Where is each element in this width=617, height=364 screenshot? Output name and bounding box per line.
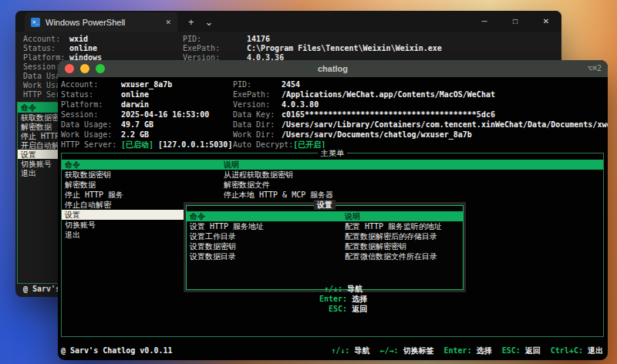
keyboard-hints: ↑/↓: 导航 ←/→: 切换标签 Enter: 选择 ESC: 返回 Ctrl… — [331, 345, 603, 356]
menu-item[interactable]: 解密数据 解密数据文件 — [62, 180, 603, 190]
info-label: ExePath: — [183, 43, 247, 52]
close-button[interactable]: ✕ — [531, 11, 561, 32]
window-title: chatlog — [318, 64, 348, 73]
dialog-keyboard-hints: ↑/↓: 导航 Enter: 选择 ESC: 返回 — [187, 274, 463, 284]
hint-key: Enter: — [319, 295, 347, 303]
dialog-item-desc: 配置微信数据文件所在目录 — [345, 251, 463, 261]
menu-item-desc: 从进程获取数据密钥 — [224, 170, 603, 180]
info-label: HTTP Server: — [61, 140, 121, 150]
zoom-traffic-light[interactable] — [96, 64, 105, 73]
info-value: online — [69, 43, 97, 52]
column-header-desc: 说明 — [224, 160, 603, 170]
info-value: 14176 — [247, 34, 270, 43]
http-address: [127.0.0.1:5030] — [158, 140, 232, 150]
hint-label: 返回 — [525, 346, 541, 355]
info-row: Work Usage:2.2 GB Work Dir:/Users/sarv/D… — [61, 130, 608, 140]
info-label: Account: — [23, 34, 69, 43]
http-status-badge: [已启动] — [121, 140, 153, 150]
info-label: Data Key: — [233, 110, 282, 120]
close-traffic-light[interactable] — [65, 64, 74, 73]
hint-label: 导航 — [354, 346, 369, 355]
dialog-item[interactable]: 设置工作目录 配置数据解密后的存储目录 — [187, 231, 463, 241]
dialog-item-cmd: 设置数据目录 — [187, 251, 345, 261]
info-row: Status:online ExePath:C:\Program Files\T… — [23, 43, 561, 52]
hint-label: 切换标签 — [403, 346, 434, 355]
chatlog-statusbar: @ Sarv's Chatlog v0.0.11 ↑/↓: 导航 ←/→: 切换… — [61, 345, 603, 356]
dialog-item-desc: 配置数据解密密钥 — [345, 241, 463, 251]
info-value: 4.0.3.80 — [282, 99, 319, 110]
powershell-icon: >_ — [31, 18, 40, 27]
info-value: /Users/sarv/Documents/chatlog/wxuser_8a7… — [282, 130, 472, 140]
menu-item-desc: 解密数据文件 — [224, 180, 603, 190]
hint-key: ↑/↓: — [331, 346, 349, 355]
app-version-text: @ Sarv's Chatlog v0.0.11 — [61, 345, 173, 356]
info-label: Session: — [61, 110, 121, 120]
hint-label: 选择 — [477, 346, 492, 355]
info-label: Platform: — [61, 99, 121, 110]
hint-label: 返回 — [352, 305, 367, 313]
menu-item[interactable]: 停止 HTTP 服务 停止本地 HTTP & MCP 服务器 — [62, 190, 603, 200]
info-value: wxid_ — [69, 34, 93, 43]
info-label: ExePath: — [233, 89, 282, 99]
info-label: Data Dir: — [233, 120, 282, 130]
dialog-item[interactable]: 设置数据目录 配置微信数据文件所在目录 — [187, 251, 463, 261]
info-label: Auto Decrypt: — [233, 140, 293, 150]
tab-close-icon[interactable]: ✕ — [165, 19, 171, 26]
window-controls: ─ □ ✕ — [469, 11, 561, 32]
column-header-cmd: 命令 — [62, 160, 224, 170]
minimize-button[interactable]: ─ — [469, 11, 500, 32]
info-row: Session:2025-04-16 16:53:00 Data Key:c01… — [61, 110, 608, 120]
info-value: 2454 — [282, 79, 300, 89]
hint-key: ↑/↓: — [324, 285, 342, 293]
info-value: c0165***********************************… — [282, 110, 495, 120]
menu-item-desc: 停止本地 HTTP & MCP 服务器 — [224, 190, 603, 200]
info-row: Platform:darwin Version:4.0.3.80 — [61, 99, 608, 110]
info-value: 49.7 GB — [121, 120, 153, 130]
dialog-item-cmd: 设置工作目录 — [187, 231, 345, 241]
dialog-item-desc: 配置数据解密后的存储目录 — [345, 231, 463, 241]
menu-header-row: 命令 说明 — [62, 160, 603, 170]
settings-dialog-title: 设置 — [314, 200, 335, 210]
info-row: Status:online ExePath:/Applications/WeCh… — [61, 89, 608, 99]
info-value: C:\Program Files\Tencent\Weixin\Weixin.e… — [247, 43, 442, 52]
info-label: Status: — [61, 89, 121, 99]
dialog-item-desc: 配置 HTTP 服务监听的地址 — [345, 221, 463, 231]
column-header-cmd: 命令 — [187, 211, 345, 221]
traffic-lights — [65, 64, 105, 73]
hint-label: 选择 — [352, 295, 367, 303]
info-label: Account: — [61, 79, 121, 89]
info-label: Data Usage: — [61, 120, 121, 130]
info-label: PID: — [183, 34, 247, 43]
tab-dropdown-icon[interactable]: ⌄ — [205, 16, 214, 28]
minimize-traffic-light[interactable] — [80, 64, 89, 73]
maximize-button[interactable]: □ — [500, 11, 531, 32]
tab-windows-powershell[interactable]: >_ Windows PowerShell ✕ — [25, 12, 177, 32]
info-value: 2025-04-16 16:53:00 — [121, 110, 209, 120]
info-row: Account:wxuser_8a7b PID:2454 — [61, 79, 608, 89]
hint-key: Enter: — [444, 346, 472, 355]
settings-dialog: 设置 命令 说明 设置 HTTP 服务地址 配置 HTTP 服务监听的地址 设置… — [184, 202, 466, 292]
column-header-desc: 说明 — [345, 211, 463, 221]
info-label: Status: — [23, 43, 69, 52]
info-label: Work Dir: — [233, 130, 282, 140]
windows-terminal-titlebar: >_ Windows PowerShell ✕ + ⌄ ─ □ ✕ — [15, 11, 561, 32]
chatlog-window: chatlog ⌥⌘2 Account:wxuser_8a7b PID:2454… — [58, 60, 608, 360]
dialog-item-selected[interactable]: 设置 HTTP 服务地址 配置 HTTP 服务监听的地址 — [187, 221, 463, 231]
info-value: wxuser_8a7b — [121, 79, 172, 89]
hint-key: ESC: — [502, 346, 521, 355]
hint-label: 导航 — [347, 285, 362, 293]
info-value: 2.2 GB — [121, 130, 149, 140]
new-tab-button[interactable]: + — [188, 16, 194, 28]
main-menu-title: 主菜单 — [318, 148, 347, 158]
tab-shortcut-badge: ⌥⌘2 — [588, 64, 602, 72]
chatlog-terminal-content: Account:wxuser_8a7b PID:2454 Status:onli… — [58, 77, 608, 360]
hint-key: ←/→: — [379, 346, 398, 355]
menu-item[interactable]: 获取数据密钥 从进程获取数据密钥 — [62, 170, 603, 180]
dialog-item[interactable]: 设置数据密钥 配置数据解密密钥 — [187, 241, 463, 251]
info-label: Work Usage: — [61, 130, 121, 140]
tab-title: Windows PowerShell — [46, 18, 160, 27]
chatlog-titlebar[interactable]: chatlog ⌥⌘2 — [58, 60, 608, 77]
info-label: PID: — [233, 79, 282, 89]
dialog-item-cmd: 设置 HTTP 服务地址 — [187, 221, 345, 231]
dialog-header-row: 命令 说明 — [187, 211, 463, 221]
